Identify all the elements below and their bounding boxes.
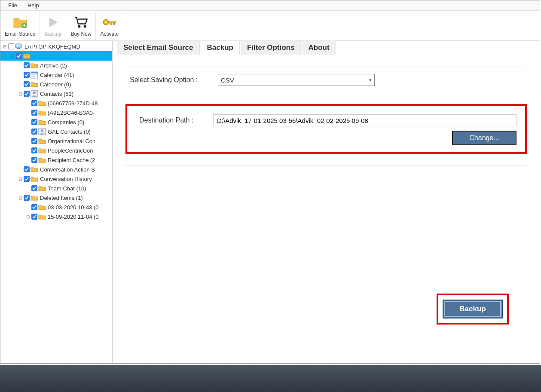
tree-line-icon [25,110,31,115]
tree-node[interactable]: ⊟LAPTOP-KKQFEQMD [0,42,112,51]
toolbar-backup: Backup [40,12,66,40]
toolbar-buy-now[interactable]: Buy Now [66,12,96,40]
toolbar: Email Source Backup Buy Now Activate [0,11,540,41]
tree-node[interactable]: Conversation Action S [0,165,112,174]
change-button[interactable]: Change... [452,131,517,145]
tree-node[interactable]: Calendar (41) [0,70,112,80]
tree-node[interactable]: GAL Contacts (0) [0,127,112,136]
tree-checkbox[interactable] [31,129,37,135]
tree-checkbox[interactable] [31,157,37,163]
saving-option-label: Select Saving Option : [125,76,218,84]
collapse-icon[interactable]: ⊟ [10,53,15,58]
menubar: File Help [0,0,540,11]
tree-node-label: Organizational Con [47,138,95,144]
tree-checkbox[interactable] [24,81,30,87]
folder-icon [38,109,46,116]
tree-node[interactable]: ⊟Conversation History [0,174,112,184]
tree-node-label: Calendar (41) [39,72,74,78]
tree-node[interactable]: PeopleCentricCon [0,146,112,155]
tree-line-icon [18,72,23,77]
tree-node[interactable]: ⊟15-09-2020 11-04 (0 [0,212,112,221]
tree-node-label: {A9E2BC46-B3A0- [47,110,95,116]
folder-icon [38,185,46,192]
tree-node[interactable]: Team Chat (10) [0,184,112,193]
tree-checkbox[interactable] [24,62,30,68]
collapse-icon[interactable]: ⊟ [18,91,23,96]
tree-checkbox[interactable] [24,195,30,201]
tree-node[interactable]: ⊟Deleted Items (1) [0,193,112,202]
tree-checkbox[interactable] [8,43,14,49]
destination-highlight: Destination Path : Change... [125,104,527,154]
menu-help[interactable]: Help [22,1,44,9]
collapse-icon[interactable]: ⊟ [25,214,31,219]
tree-node[interactable]: Calender (0) [0,80,112,89]
tree-node[interactable]: {06967759-274D-48 [0,98,112,108]
tree-line-icon [25,101,31,106]
tree-checkbox[interactable] [31,110,37,116]
chevron-down-icon: ▾ [369,77,372,83]
tree-checkbox[interactable] [31,204,37,210]
play-icon [46,15,60,30]
menu-file[interactable]: File [3,1,22,9]
tree-node[interactable]: Archive (2) [0,61,112,70]
svg-rect-5 [15,44,21,48]
collapse-icon[interactable]: ⊟ [2,44,7,49]
folder-icon [38,156,46,163]
mailbox-icon [23,52,31,59]
tree-line-icon [25,129,31,134]
folder-tree[interactable]: ⊟LAPTOP-KKQFEQMD⊟ Archive (2)Calendar (4… [0,41,113,363]
folder-icon [31,62,38,69]
folder-plus-icon [13,15,28,30]
tree-checkbox[interactable] [16,53,22,59]
toolbar-label: Buy Now [70,31,91,37]
tree-node[interactable]: 03-03-2020 10-43 (0 [0,202,112,212]
tree-node[interactable]: ⊟ [0,51,112,61]
tree-node-label: Team Chat (10) [47,185,86,192]
folder-icon [31,81,38,88]
cart-icon [73,15,88,30]
toolbar-activate[interactable]: Activate [96,12,123,40]
destination-path-input[interactable] [213,114,517,126]
tree-node[interactable]: {A9E2BC46-B3A0- [0,108,112,117]
tree-checkbox[interactable] [24,166,30,172]
collapse-icon[interactable]: ⊟ [18,176,23,181]
tree-line-icon [18,167,23,172]
tabstrip: Select Email Source Backup Filter Option… [113,41,540,55]
tree-checkbox[interactable] [24,176,30,182]
tree-node-label: 15-09-2020 11-04 (0 [47,214,99,220]
folder-icon [38,213,46,220]
key-icon [102,15,117,30]
tree-checkbox[interactable] [24,91,30,97]
tree-node[interactable]: Recipient Cache (2 [0,155,112,165]
collapse-icon[interactable]: ⊟ [18,195,23,200]
tree-checkbox[interactable] [31,185,37,191]
tree-checkbox[interactable] [31,214,37,220]
tree-node[interactable]: Companies (0) [0,117,112,127]
tab-about[interactable]: About [302,40,336,55]
calendar-icon [31,71,38,78]
tree-node[interactable]: Organizational Con [0,136,112,146]
tree-checkbox[interactable] [24,72,30,78]
backup-button[interactable]: Backup [443,300,503,318]
folder-icon [31,166,38,173]
tree-node-label: Recipient Cache (2 [47,157,95,163]
backup-highlight: Backup [437,294,509,325]
tab-backup[interactable]: Backup [201,40,240,55]
tree-checkbox[interactable] [31,100,37,106]
svg-point-1 [78,25,81,28]
toolbar-label: Backup [44,31,61,37]
saving-option-select[interactable]: CSV ▾ [218,74,375,86]
tree-node-label: Contacts (51) [39,91,73,97]
tab-filter-options[interactable]: Filter Options [241,40,301,55]
tree-node[interactable]: ⊟Contacts (51) [0,89,112,98]
tree-line-icon [25,148,31,153]
tab-select-email-source[interactable]: Select Email Source [117,40,200,55]
folder-icon [38,119,46,126]
tree-checkbox[interactable] [31,147,37,153]
toolbar-email-source[interactable]: Email Source [0,12,40,40]
tree-checkbox[interactable] [31,119,37,125]
tree-line-icon [25,119,31,125]
tree-node-label: Calender (0) [39,81,71,88]
tree-checkbox[interactable] [31,138,37,144]
folder-icon [38,204,46,211]
